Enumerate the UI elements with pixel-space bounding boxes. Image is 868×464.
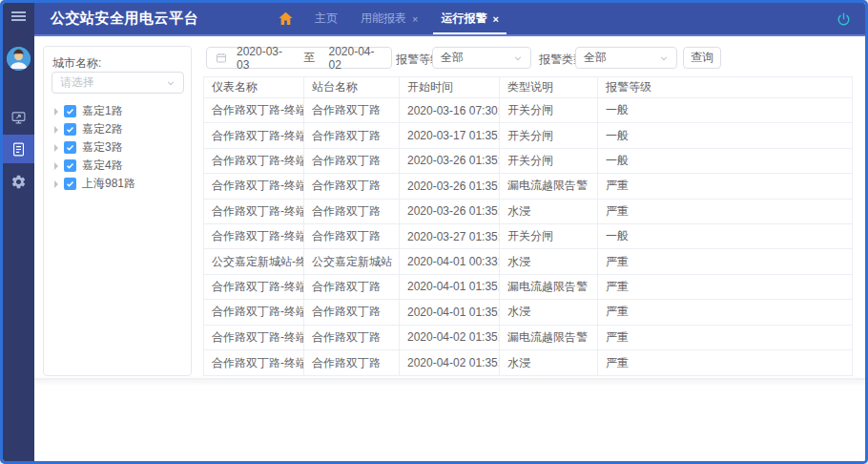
home-icon[interactable] [278, 11, 294, 27]
cell-station-name: 合作路双丁路 [304, 300, 400, 324]
tree-item[interactable]: 上海981路 [44, 175, 191, 193]
header-start-time: 开始时间 [400, 77, 500, 97]
table-row[interactable]: 合作路双丁路-终端1 合作路双丁路 2020-03-26 01:35:38 漏电… [204, 174, 852, 199]
top-bar: 公交站安全用电云平台 主页 用能报表 × 运行报警 × [34, 3, 865, 36]
table-row[interactable]: 合作路双丁路-终端1 合作路双丁路 2020-04-01 01:35:40 水浸… [204, 300, 852, 325]
cell-type-desc: 水浸 [500, 300, 598, 324]
sidebar-item-settings[interactable] [3, 167, 34, 196]
header-alarm-level: 报警等级 [598, 77, 852, 97]
alarm-type-select[interactable]: 全部 [575, 47, 677, 69]
logout-power-icon[interactable] [836, 11, 852, 28]
table-row[interactable]: 合作路双丁路-终端1 合作路双丁路 2020-03-26 01:35:36 开关… [204, 149, 852, 174]
calendar-icon [216, 52, 227, 64]
table-row[interactable]: 合作路双丁路-终端1 合作路双丁路 2020-03-16 07:30:07 开关… [204, 98, 852, 123]
tab-energy-report[interactable]: 用能报表 × [349, 3, 429, 34]
table-row[interactable]: 合作路双丁路-终端1 合作路双丁路 2020-04-01 01:35:38 漏电… [204, 275, 852, 300]
alarm-level-value: 全部 [441, 50, 513, 66]
content-area: 城市名称: 请选择 嘉定1路 嘉定2路 [34, 36, 865, 461]
city-tree-panel: 城市名称: 请选择 嘉定1路 嘉定2路 [43, 46, 192, 376]
caret-right-icon[interactable] [54, 180, 58, 188]
table-row[interactable]: 公交嘉定新城站-终端1 公交嘉定新城站 2020-04-01 00:33:07 … [204, 249, 852, 274]
cell-alarm-level: 一般 [598, 149, 852, 173]
tab-operation-alarm[interactable]: 运行报警 × [429, 3, 509, 34]
check-icon [66, 143, 74, 152]
cell-meter-name: 合作路双丁路-终端1 [204, 300, 304, 324]
tree-item-label: 嘉定3路 [82, 139, 123, 156]
tree-item-label: 嘉定1路 [82, 103, 123, 119]
cell-station-name: 公交嘉定新城站 [304, 249, 400, 273]
cell-meter-name: 合作路双丁路-终端1 [204, 350, 304, 375]
checkbox-checked[interactable] [64, 105, 76, 117]
city-select-placeholder: 请选择 [60, 74, 166, 91]
sidebar-item-monitor[interactable] [3, 103, 34, 132]
checkbox-checked[interactable] [64, 141, 76, 154]
chevron-down-icon [659, 53, 669, 63]
check-icon [66, 161, 74, 170]
start-date-value[interactable]: 2020-03-03 [237, 45, 291, 72]
check-icon [66, 125, 74, 134]
cell-meter-name: 合作路双丁路-终端1 [204, 224, 304, 248]
card-bottom-shadow [34, 378, 865, 380]
cell-start-time: 2020-04-01 01:35:38 [400, 275, 500, 299]
cell-type-desc: 漏电流越限告警 [500, 326, 598, 349]
avatar-icon [7, 47, 31, 71]
alarm-type-value: 全部 [584, 50, 659, 66]
caret-right-icon[interactable] [54, 108, 58, 116]
cell-station-name: 合作路双丁路 [304, 174, 400, 198]
search-button[interactable]: 查询 [683, 47, 721, 69]
user-avatar[interactable] [7, 47, 31, 71]
cell-alarm-level: 严重 [598, 275, 852, 299]
caret-right-icon[interactable] [54, 126, 58, 134]
table-row[interactable]: 合作路双丁路-终端1 合作路双丁路 2020-04-02 01:35:40 漏电… [204, 326, 852, 350]
cell-meter-name: 公交嘉定新城站-终端1 [204, 249, 304, 273]
cell-station-name: 合作路双丁路 [304, 350, 400, 375]
alarm-level-select[interactable]: 全部 [432, 47, 531, 69]
cell-start-time: 2020-03-17 01:35:36 [400, 123, 500, 147]
cell-alarm-level: 一般 [598, 224, 852, 248]
table-row[interactable]: 合作路双丁路-终端1 合作路双丁路 2020-04-02 01:35:40 水浸… [204, 350, 852, 375]
tree-item[interactable]: 嘉定2路 [44, 120, 191, 138]
app-window: 公交站安全用电云平台 主页 用能报表 × 运行报警 × 城 [0, 0, 868, 464]
date-range-picker[interactable]: 2020-03-03 至 2020-04-02 [206, 47, 392, 69]
cell-start-time: 2020-04-01 00:33:07 [400, 249, 500, 273]
city-tree: 嘉定1路 嘉定2路 嘉定3路 嘉定4路 [44, 102, 191, 193]
cell-type-desc: 漏电流越限告警 [500, 275, 598, 299]
cell-station-name: 合作路双丁路 [304, 200, 400, 223]
sidebar-item-reports[interactable] [3, 135, 34, 163]
cell-alarm-level: 一般 [598, 98, 852, 122]
report-icon [10, 141, 27, 158]
tree-item[interactable]: 嘉定3路 [44, 138, 191, 157]
menu-toggle-button[interactable] [3, 3, 34, 30]
cell-meter-name: 合作路双丁路-终端1 [204, 123, 304, 147]
caret-right-icon[interactable] [54, 162, 58, 170]
close-tab-icon[interactable]: × [412, 13, 418, 25]
checkbox-checked[interactable] [64, 123, 76, 136]
table-row[interactable]: 合作路双丁路-终端1 合作路双丁路 2020-03-26 01:35:40 水浸… [204, 200, 852, 224]
tab-label: 运行报警 [441, 11, 486, 27]
cell-meter-name: 合作路双丁路-终端1 [204, 200, 304, 223]
table-row[interactable]: 合作路双丁路-终端1 合作路双丁路 2020-03-17 01:35:36 开关… [204, 123, 852, 148]
tree-item[interactable]: 嘉定4路 [44, 157, 191, 175]
caret-right-icon[interactable] [54, 144, 58, 152]
city-select[interactable]: 请选择 [52, 72, 184, 94]
cell-alarm-level: 严重 [598, 326, 852, 349]
tree-item-label: 嘉定4路 [82, 158, 123, 174]
close-tab-icon[interactable]: × [492, 13, 498, 25]
checkbox-checked[interactable] [64, 178, 76, 190]
end-date-value[interactable]: 2020-04-02 [328, 45, 382, 72]
cell-type-desc: 开关分闸 [500, 224, 598, 248]
cell-alarm-level: 一般 [598, 123, 852, 147]
cell-type-desc: 水浸 [500, 350, 598, 375]
table-body: 合作路双丁路-终端1 合作路双丁路 2020-03-16 07:30:07 开关… [204, 98, 852, 375]
cell-alarm-level: 严重 [598, 200, 852, 223]
tab-home[interactable]: 主页 [303, 3, 349, 34]
cell-type-desc: 开关分闸 [500, 98, 598, 122]
header-station-name: 站台名称 [304, 77, 400, 97]
cell-type-desc: 漏电流越限告警 [500, 174, 598, 198]
cell-meter-name: 合作路双丁路-终端1 [204, 149, 304, 173]
cell-meter-name: 合作路双丁路-终端1 [204, 275, 304, 299]
checkbox-checked[interactable] [64, 159, 76, 172]
cell-station-name: 合作路双丁路 [304, 149, 400, 173]
table-row[interactable]: 合作路双丁路-终端1 合作路双丁路 2020-03-27 01:35:36 开关… [204, 224, 852, 249]
tree-item[interactable]: 嘉定1路 [44, 102, 191, 120]
